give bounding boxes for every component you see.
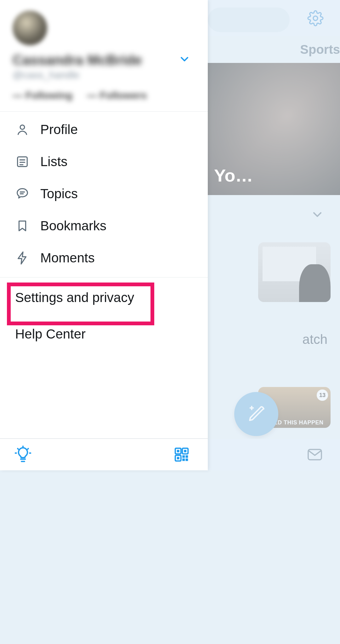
- follow-stats[interactable]: — Following — Followers: [13, 90, 195, 101]
- svg-rect-22: [185, 455, 188, 458]
- menu-bookmarks-label: Bookmarks: [40, 218, 106, 233]
- svg-rect-16: [177, 450, 179, 452]
- display-name: Cassandra McBride: [13, 52, 195, 68]
- menu-lists[interactable]: Lists: [0, 146, 208, 178]
- bottom-nav: [208, 439, 340, 470]
- avatar[interactable]: [13, 11, 47, 45]
- bulb-icon[interactable]: [14, 445, 32, 464]
- tab-sports[interactable]: Sports: [300, 39, 340, 60]
- svg-point-2: [20, 125, 25, 129]
- topic-icon: [15, 187, 30, 201]
- news-thumbnail-1[interactable]: [258, 242, 331, 302]
- svg-rect-23: [182, 458, 185, 461]
- chevron-down-icon[interactable]: [310, 208, 324, 221]
- menu-bookmarks[interactable]: Bookmarks: [0, 210, 208, 242]
- user-handle: @cass_handle: [13, 69, 195, 81]
- side-drawer: Cassandra McBride @cass_handle — Followi…: [0, 0, 208, 470]
- svg-line-14: [28, 449, 28, 449]
- svg-rect-18: [184, 450, 186, 452]
- menu-lists-label: Lists: [40, 154, 67, 169]
- tab-sports-label: Sports: [300, 42, 340, 57]
- svg-marker-9: [18, 252, 26, 264]
- watch-label-partial: atch: [303, 332, 327, 347]
- hero-headline: Yo…: [214, 165, 253, 186]
- menu-settings-and-privacy[interactable]: Settings and privacy: [0, 277, 208, 318]
- gear-icon[interactable]: [307, 10, 324, 26]
- menu-moments-label: Moments: [40, 250, 95, 266]
- list-icon: [15, 154, 30, 169]
- person-icon: [15, 122, 30, 137]
- hero-card[interactable]: Yo…: [208, 63, 340, 195]
- menu-help-center[interactable]: Help Center: [0, 318, 208, 350]
- channel-badge: 13: [317, 389, 328, 401]
- lightning-icon: [15, 251, 30, 265]
- compose-tweet-button[interactable]: [234, 392, 278, 436]
- menu-help-label: Help Center: [15, 327, 86, 342]
- menu-profile-label: Profile: [40, 122, 78, 137]
- svg-rect-24: [185, 458, 188, 461]
- bookmark-icon: [15, 219, 30, 233]
- qr-icon[interactable]: [173, 446, 190, 463]
- svg-line-13: [18, 449, 18, 449]
- menu-profile[interactable]: Profile: [0, 114, 208, 146]
- svg-rect-20: [177, 457, 179, 459]
- menu-moments[interactable]: Moments: [0, 242, 208, 274]
- svg-rect-21: [182, 455, 185, 458]
- menu-topics[interactable]: Topics: [0, 178, 208, 210]
- svg-point-0: [313, 16, 318, 20]
- menu-topics-label: Topics: [40, 186, 78, 201]
- drawer-footer: [0, 438, 208, 470]
- menu-settings-label: Settings and privacy: [15, 290, 134, 305]
- drawer-menu: Profile Lists Topics Bookmarks: [0, 112, 208, 350]
- mail-icon[interactable]: [306, 446, 324, 463]
- drawer-header: Cassandra McBride @cass_handle — Followi…: [0, 0, 208, 112]
- search-pill[interactable]: [208, 8, 290, 32]
